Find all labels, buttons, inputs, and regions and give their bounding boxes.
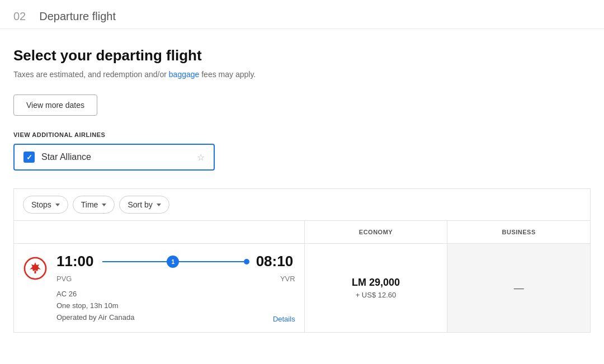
time-label: Time <box>81 200 98 209</box>
depart-time: 11:00 <box>56 253 96 270</box>
stops-filter-button[interactable]: Stops <box>23 196 68 214</box>
operated-by: Operated by Air Canada <box>56 312 134 324</box>
route-line: 1 <box>102 256 249 268</box>
economy-price-main: LM 29,000 <box>314 277 438 289</box>
business-col-header: BUSINESS <box>447 221 591 244</box>
svg-rect-3 <box>35 271 36 273</box>
economy-price-cell[interactable]: LM 29,000 + US$ 12.60 <box>304 244 447 333</box>
end-dot <box>244 259 249 264</box>
filter-bar: Stops Time Sort by <box>13 188 591 220</box>
table-row: 11:00 1 08:10 <box>14 244 591 333</box>
flight-number: AC 26 <box>56 289 134 300</box>
economy-col-header: ECONOMY <box>304 221 447 244</box>
flight-info-cell: 11:00 1 08:10 <box>14 244 305 333</box>
select-heading: Select your departing flight <box>13 47 591 64</box>
times-row: 11:00 1 08:10 <box>56 253 295 270</box>
airline-left: Star Alliance <box>23 152 91 163</box>
arrive-airport: YVR <box>280 275 295 283</box>
flight-duration: One stop, 13h 10m <box>56 300 134 312</box>
economy-price-sub: + US$ 12.60 <box>314 291 438 299</box>
sort-by-label: Sort by <box>128 200 152 209</box>
business-price-cell: — <box>447 244 591 333</box>
flight-info-col-header <box>14 221 305 244</box>
page-header: 02 Departure flight <box>0 0 604 29</box>
view-more-dates-button[interactable]: View more dates <box>13 94 97 116</box>
subtitle-text-end: fees may apply. <box>199 70 256 79</box>
flight-details-text: AC 26 One stop, 13h 10m Operated by Air … <box>56 289 134 323</box>
star-alliance-checkbox-container[interactable]: Star Alliance ☆ <box>13 144 215 171</box>
table-header-row: ECONOMY BUSINESS <box>14 221 591 244</box>
line-left <box>102 261 167 262</box>
business-unavailable: — <box>514 282 524 294</box>
stops-label: Stops <box>31 200 51 209</box>
step-number: 02 <box>13 10 26 23</box>
subtitle: Taxes are estimated, and redemption and/… <box>13 70 591 79</box>
results-table: ECONOMY BUSINESS <box>13 220 591 333</box>
airlines-section-label: VIEW ADDITIONAL AIRLINES <box>13 131 591 138</box>
star-icon[interactable]: ☆ <box>197 152 205 163</box>
chevron-down-icon <box>157 204 161 206</box>
baggage-link[interactable]: baggage <box>169 70 200 79</box>
arrive-time: 08:10 <box>256 253 295 270</box>
details-link[interactable]: Details <box>273 315 295 323</box>
subtitle-text-start: Taxes are estimated, and redemption and/… <box>13 70 169 79</box>
flight-times: 11:00 1 08:10 <box>56 253 295 323</box>
checkbox-checked-icon <box>23 152 35 163</box>
airlines-section: VIEW ADDITIONAL AIRLINES Star Alliance ☆ <box>13 131 591 188</box>
sort-by-filter-button[interactable]: Sort by <box>119 196 169 214</box>
page-title: Departure flight <box>39 10 116 23</box>
chevron-down-icon <box>102 204 106 206</box>
chevron-down-icon <box>55 204 60 206</box>
flight-details-row: AC 26 One stop, 13h 10m Operated by Air … <box>56 289 295 323</box>
flight-cell: 11:00 1 08:10 <box>23 253 295 323</box>
air-canada-logo <box>23 256 48 281</box>
main-content: Select your departing flight Taxes are e… <box>0 29 604 333</box>
time-filter-button[interactable]: Time <box>73 196 115 214</box>
airline-name: Star Alliance <box>41 152 91 162</box>
depart-airport: PVG <box>56 275 72 283</box>
airport-codes: PVG YVR <box>56 275 295 286</box>
stop-count-dot: 1 <box>167 256 179 268</box>
line-right <box>179 261 243 262</box>
